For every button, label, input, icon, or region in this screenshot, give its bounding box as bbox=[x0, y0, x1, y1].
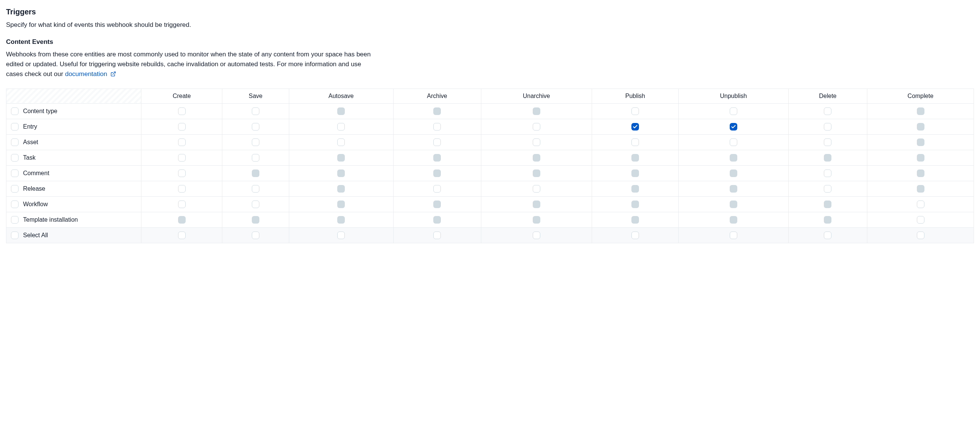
trigger-checkbox[interactable] bbox=[917, 201, 924, 208]
trigger-checkbox[interactable] bbox=[533, 185, 540, 193]
trigger-checkbox[interactable] bbox=[533, 123, 540, 131]
trigger-checkbox[interactable] bbox=[824, 185, 831, 193]
table-row: Task bbox=[6, 150, 974, 165]
trigger-cell bbox=[592, 212, 679, 227]
trigger-checkbox bbox=[632, 169, 639, 177]
trigger-cell bbox=[142, 212, 222, 227]
row-label-text: Release bbox=[23, 185, 45, 192]
row-select-checkbox[interactable] bbox=[11, 139, 19, 146]
trigger-checkbox[interactable] bbox=[632, 139, 639, 146]
trigger-checkbox[interactable] bbox=[433, 185, 441, 193]
trigger-cell bbox=[289, 134, 393, 150]
trigger-checkbox[interactable] bbox=[632, 107, 639, 115]
trigger-cell bbox=[867, 134, 974, 150]
select-all-column-checkbox[interactable] bbox=[337, 231, 345, 239]
trigger-cell bbox=[289, 212, 393, 227]
trigger-checkbox[interactable] bbox=[824, 139, 831, 146]
select-all-column-checkbox[interactable] bbox=[730, 231, 737, 239]
trigger-checkbox[interactable] bbox=[533, 139, 540, 146]
trigger-cell bbox=[289, 119, 393, 134]
row-select-checkbox[interactable] bbox=[11, 169, 19, 177]
trigger-cell bbox=[788, 165, 867, 181]
trigger-checkbox[interactable] bbox=[178, 185, 186, 193]
trigger-checkbox[interactable] bbox=[252, 139, 259, 146]
trigger-checkbox bbox=[533, 169, 540, 177]
row-label-text: Select All bbox=[23, 232, 48, 239]
select-all-row-checkbox[interactable] bbox=[11, 231, 19, 239]
row-select-checkbox[interactable] bbox=[11, 216, 19, 223]
trigger-checkbox bbox=[824, 154, 831, 161]
trigger-cell bbox=[481, 103, 592, 119]
trigger-cell bbox=[481, 134, 592, 150]
trigger-checkbox bbox=[632, 154, 639, 161]
trigger-cell bbox=[222, 165, 289, 181]
trigger-cell bbox=[867, 165, 974, 181]
trigger-checkbox[interactable] bbox=[178, 154, 186, 161]
trigger-checkbox bbox=[533, 107, 540, 115]
trigger-checkbox[interactable] bbox=[337, 139, 345, 146]
row-label-text: Workflow bbox=[23, 201, 48, 208]
select-all-cell bbox=[592, 227, 679, 243]
trigger-checkbox[interactable] bbox=[824, 107, 831, 115]
select-all-column-checkbox[interactable] bbox=[824, 231, 831, 239]
row-select-checkbox[interactable] bbox=[11, 123, 19, 131]
trigger-checkbox[interactable] bbox=[632, 123, 639, 131]
trigger-checkbox[interactable] bbox=[337, 123, 345, 131]
trigger-cell bbox=[393, 212, 481, 227]
trigger-checkbox[interactable] bbox=[730, 139, 737, 146]
trigger-checkbox[interactable] bbox=[917, 216, 924, 223]
trigger-checkbox[interactable] bbox=[252, 107, 259, 115]
row-select-checkbox[interactable] bbox=[11, 201, 19, 208]
select-all-column-checkbox[interactable] bbox=[433, 231, 441, 239]
trigger-checkbox[interactable] bbox=[824, 169, 831, 177]
trigger-checkbox bbox=[337, 201, 345, 208]
select-all-column-checkbox[interactable] bbox=[917, 231, 924, 239]
trigger-cell bbox=[289, 150, 393, 165]
trigger-cell bbox=[142, 119, 222, 134]
select-all-column-checkbox[interactable] bbox=[533, 231, 540, 239]
trigger-cell bbox=[481, 165, 592, 181]
table-row: Workflow bbox=[6, 196, 974, 212]
trigger-cell bbox=[592, 134, 679, 150]
trigger-checkbox[interactable] bbox=[178, 169, 186, 177]
trigger-checkbox[interactable] bbox=[824, 123, 831, 131]
trigger-cell bbox=[222, 119, 289, 134]
column-header: Publish bbox=[592, 89, 679, 103]
trigger-checkbox[interactable] bbox=[433, 123, 441, 131]
section-description: Specify for what kind of events this web… bbox=[6, 20, 974, 30]
row-select-checkbox[interactable] bbox=[11, 185, 19, 193]
trigger-cell bbox=[867, 181, 974, 196]
select-all-column-checkbox[interactable] bbox=[632, 231, 639, 239]
trigger-cell bbox=[867, 196, 974, 212]
trigger-checkbox[interactable] bbox=[178, 139, 186, 146]
trigger-checkbox[interactable] bbox=[433, 139, 441, 146]
trigger-cell bbox=[679, 165, 789, 181]
trigger-checkbox[interactable] bbox=[730, 107, 737, 115]
select-all-cell bbox=[788, 227, 867, 243]
row-label-text: Template installation bbox=[23, 216, 78, 223]
trigger-checkbox[interactable] bbox=[178, 123, 186, 131]
select-all-column-checkbox[interactable] bbox=[178, 231, 186, 239]
documentation-link[interactable]: documentation bbox=[65, 70, 116, 78]
trigger-cell bbox=[788, 119, 867, 134]
trigger-checkbox bbox=[917, 107, 924, 115]
trigger-cell bbox=[289, 196, 393, 212]
trigger-checkbox[interactable] bbox=[178, 201, 186, 208]
trigger-checkbox[interactable] bbox=[252, 154, 259, 161]
select-all-column-checkbox[interactable] bbox=[252, 231, 259, 239]
row-select-checkbox[interactable] bbox=[11, 107, 19, 115]
trigger-checkbox[interactable] bbox=[178, 107, 186, 115]
trigger-cell bbox=[481, 150, 592, 165]
trigger-checkbox[interactable] bbox=[252, 123, 259, 131]
trigger-checkbox[interactable] bbox=[252, 201, 259, 208]
trigger-cell bbox=[222, 134, 289, 150]
row-label-cell: Content type bbox=[6, 103, 142, 119]
section-title: Triggers bbox=[6, 8, 974, 16]
select-all-cell bbox=[222, 227, 289, 243]
row-select-checkbox[interactable] bbox=[11, 154, 19, 161]
row-label-text: Content type bbox=[23, 108, 57, 115]
trigger-checkbox[interactable] bbox=[252, 185, 259, 193]
trigger-checkbox[interactable] bbox=[730, 123, 737, 131]
trigger-checkbox bbox=[730, 154, 737, 161]
trigger-cell bbox=[393, 103, 481, 119]
